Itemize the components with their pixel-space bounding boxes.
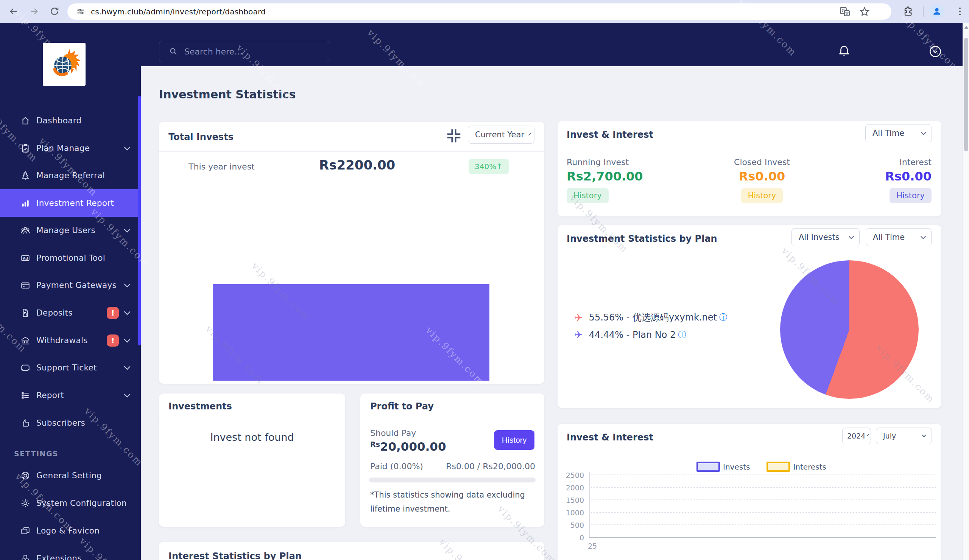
plan-pie-chart[interactable] (780, 260, 919, 399)
page-scrollbar[interactable] (962, 23, 969, 560)
amount: 20,000.00 (380, 440, 446, 453)
sidebar-scrollbar-thumb[interactable] (138, 96, 141, 346)
sidebar-item-payment-gateways[interactable]: Payment Gateways (0, 271, 141, 299)
year-select[interactable]: 2024 (842, 427, 871, 444)
brand-logo[interactable] (43, 43, 85, 86)
growth-badge: 340%↑ (469, 159, 509, 174)
closed-invest-column: Closed Invest Rs0.00 History (709, 158, 815, 203)
sidebar-item-support-ticket[interactable]: Support Ticket (0, 354, 141, 381)
url-text[interactable]: cs.hwym.club/admin/invest/report/dashboa… (91, 7, 266, 16)
invest-bar[interactable] (213, 284, 489, 381)
plan-invest-filter-select[interactable]: All Invests (791, 228, 860, 246)
browser-reload-icon[interactable] (49, 6, 60, 17)
images-icon (20, 526, 30, 536)
invest-interest-period-select[interactable]: All Time (865, 124, 932, 142)
sidebar-item-report[interactable]: Report (0, 381, 141, 409)
extensions-puzzle-icon[interactable] (902, 6, 913, 16)
sidebar-item-manage-referral[interactable]: Manage Referral (0, 161, 141, 189)
ticket-icon (20, 363, 30, 373)
alert-badge: ! (107, 307, 119, 319)
column-label: Interest (885, 158, 932, 167)
total-invests-period-select[interactable]: Current Year (468, 126, 534, 144)
svg-text:Ad: Ad (23, 256, 28, 260)
sidebar-item-logo-favicon[interactable]: Logo & Favicon (0, 517, 141, 545)
search-input[interactable]: Search here... (159, 41, 330, 62)
bookmark-star-icon[interactable] (859, 6, 870, 17)
settings-section-header: SETTINGS (14, 450, 58, 458)
invests-swatch[interactable] (696, 462, 720, 472)
lifebuoy-icon (20, 471, 30, 480)
scrollbar-thumb[interactable] (964, 38, 968, 151)
translate-icon[interactable]: G 文 (839, 6, 851, 17)
card-title: Investments (168, 401, 232, 412)
sidebar-item-extensions[interactable]: Extensions (0, 545, 141, 560)
search-icon (168, 47, 178, 56)
notifications-bell-icon[interactable] (837, 44, 851, 60)
sidebar-item-subscribers[interactable]: Subscribers (0, 409, 141, 437)
plane-icon: ✈ (574, 312, 583, 324)
y-tick: 1000 (558, 508, 584, 517)
divider (558, 452, 941, 452)
browser-menu-kebab-icon[interactable] (955, 6, 965, 17)
gridline (589, 475, 936, 475)
browser-back-icon[interactable] (8, 6, 19, 17)
gridline (589, 512, 936, 513)
sidebar-item-label: Plan Manage (36, 143, 90, 153)
column-value: Rs0.00 (885, 169, 932, 183)
this-year-invest-value: Rs2200.00 (319, 158, 395, 173)
sidebar-item-promotional-tool[interactable]: Ad Promotional Tool (0, 244, 141, 272)
history-link[interactable]: History (741, 188, 783, 203)
sidebar-item-withdrawals[interactable]: Withdrawals ! (0, 327, 141, 354)
info-icon[interactable]: ⓘ (719, 312, 728, 323)
chevron-down-icon (867, 434, 869, 436)
history-link[interactable]: History (567, 188, 609, 203)
x-axis-line (589, 537, 936, 538)
svg-text:$: $ (26, 312, 28, 316)
gridline (589, 524, 936, 525)
site-settings-icon[interactable] (76, 7, 85, 17)
month-select[interactable]: July (876, 427, 932, 444)
chevron-down-icon (849, 234, 854, 239)
legend-label[interactable]: Interests (793, 462, 826, 472)
page-title: Investment Statistics (159, 88, 296, 101)
y-tick: 500 (558, 521, 584, 529)
sidebar-item-plan-manage[interactable]: Plan Manage (0, 134, 141, 162)
profit-history-button[interactable]: History (494, 430, 534, 450)
credit-card-icon (20, 280, 30, 290)
sidebar-item-manage-users[interactable]: Manage Users (0, 216, 141, 244)
history-link[interactable]: History (889, 188, 932, 203)
info-icon[interactable]: ⓘ (678, 329, 686, 341)
sidebar-item-label: Withdrawals (36, 336, 88, 345)
sidebar-item-label: Promotional Tool (36, 253, 105, 263)
browser-toolbar: cs.hwym.club/admin/invest/report/dashboa… (0, 0, 969, 23)
column-value: Rs0.00 (709, 169, 815, 183)
profile-avatar[interactable] (930, 4, 944, 18)
chevron-down-icon (528, 133, 531, 135)
card-title: Invest & Interest (567, 130, 653, 140)
paid-label: Paid (0.00%) (370, 462, 423, 471)
pie-legend-item: ✈ 55.56% - 优选源码yxymk.net ⓘ (574, 311, 728, 324)
collapse-icon[interactable] (445, 127, 463, 146)
empty-state-text: Invest not found (159, 431, 345, 443)
legend-label[interactable]: Invests (723, 462, 750, 472)
browser-forward-icon[interactable] (29, 6, 39, 17)
chevron-down-icon (124, 336, 131, 342)
sidebar-item-investment-report[interactable]: Investment Report (0, 189, 141, 217)
pie-legend-label: 55.56% - 优选源码yxymk.net (589, 311, 717, 324)
sidebar-item-deposits[interactable]: $ Deposits ! (0, 299, 141, 327)
sidebar-item-system-configuration[interactable]: System Configuration (0, 489, 141, 517)
y-axis-line (589, 472, 590, 537)
sidebar-item-dashboard[interactable]: Dashboard (0, 107, 141, 134)
pie-legend-label: 44.44% - Plan No 2 (589, 329, 676, 340)
gridline (589, 499, 936, 500)
url-bar[interactable]: cs.hwym.club/admin/invest/report/dashboa… (67, 3, 891, 20)
interests-swatch[interactable] (766, 462, 790, 472)
interest-column: Interest Rs0.00 History (885, 158, 932, 203)
sidebar-item-general-setting[interactable]: General Setting (0, 462, 141, 489)
thumb-up-icon (20, 418, 30, 428)
scroll-up-arrow[interactable] (964, 26, 969, 29)
user-menu-chevron-icon[interactable] (928, 44, 942, 60)
plan-time-filter-select[interactable]: All Time (866, 228, 932, 246)
paid-value: Rs0.00 / Rs20,000.00 (446, 462, 535, 471)
divider (159, 151, 544, 152)
